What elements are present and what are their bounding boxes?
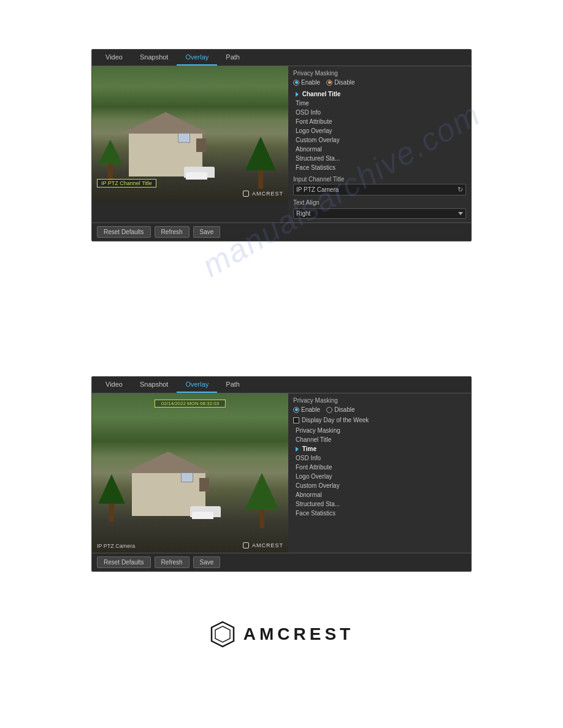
radio-enable-label-bottom: Enable [301, 406, 320, 413]
preview-logo-icon [243, 191, 249, 197]
menu-font-attribute-bottom[interactable]: Font Attribute [293, 463, 466, 472]
preview-logo-icon-bottom [243, 542, 249, 548]
tab-video-top[interactable]: Video [97, 50, 131, 66]
footer-hex-icon [209, 621, 236, 648]
panel-body-top: IP PTZ Channel Title AMCREST Privacy Mas… [92, 66, 471, 222]
time-overlay: 02/14/2022 MON 08:32:03 [155, 400, 226, 408]
menu-font-attribute-top[interactable]: Font Attribute [293, 117, 466, 126]
tab-path-top[interactable]: Path [217, 50, 248, 66]
house-window [178, 133, 190, 143]
panel-top: Video Snapshot Overlay Path [91, 49, 472, 241]
menu-channel-title[interactable]: Channel Title [293, 89, 466, 99]
tree-left [98, 140, 123, 183]
checkbox-display-day-row[interactable]: Display Day of the Week [293, 417, 466, 423]
menu-list-top: Channel Title Time OSD Info Font Attribu… [293, 89, 466, 172]
house-roof [121, 112, 210, 134]
input-channel-title-label: Input Channel Title [293, 176, 466, 183]
refresh-button-top[interactable]: Refresh [155, 226, 190, 238]
menu-list-bottom: Privacy Masking Channel Title Time OSD I… [293, 426, 466, 518]
footer-logo: AMCREST [0, 621, 563, 648]
preview-logo-text-bottom: AMCREST [252, 542, 283, 548]
house-door-bottom [199, 478, 209, 491]
car-body [186, 172, 207, 180]
save-button-bottom[interactable]: Save [193, 556, 221, 568]
menu-channel-title-label: Channel Title [302, 91, 341, 97]
radio-enable-label: Enable [301, 79, 320, 86]
radio-disable-label-bottom: Disable [334, 406, 354, 413]
text-align-label: Text Align [293, 199, 466, 206]
tab-path-bottom[interactable]: Path [217, 377, 248, 393]
options-panel-bottom: Privacy Masking Enable Disable Display D… [288, 393, 471, 553]
refresh-button-bottom[interactable]: Refresh [155, 556, 190, 568]
menu-osd-info-top[interactable]: OSD Info [293, 108, 466, 117]
radio-disable-bottom[interactable]: Disable [326, 406, 354, 413]
video-preview-bottom: 02/14/2022 MON 08:32:03 IP PTZ Camera AM… [92, 393, 288, 553]
checkbox-display-day[interactable] [293, 417, 299, 423]
tab-snapshot-bottom[interactable]: Snapshot [131, 377, 177, 393]
tree-right-bottom [245, 473, 279, 528]
menu-time-label: Time [302, 446, 316, 452]
radio-group-bottom: Enable Disable [293, 406, 466, 413]
arrow-icon [296, 92, 299, 97]
house-window-bottom [181, 472, 193, 482]
arrow-icon-bottom [296, 447, 299, 452]
preview-logo-text: AMCREST [252, 191, 283, 197]
tree-left-bottom [98, 474, 125, 522]
menu-time-bottom[interactable]: Time [293, 444, 466, 453]
radio-disable-circle-bottom [326, 407, 332, 413]
panel-body-bottom: 02/14/2022 MON 08:32:03 IP PTZ Camera AM… [92, 393, 471, 553]
tab-overlay-bottom[interactable]: Overlay [177, 377, 217, 393]
options-panel-top: Privacy Masking Enable Disable Channel T… [288, 66, 471, 222]
menu-logo-overlay-bottom[interactable]: Logo Overlay [293, 472, 466, 481]
privacy-masking-label-top: Privacy Masking [293, 70, 466, 77]
checkbox-display-day-label: Display Day of the Week [302, 417, 369, 423]
menu-osd-info-bottom[interactable]: OSD Info [293, 453, 466, 463]
menu-channel-title-bottom[interactable]: Channel Title [293, 435, 466, 444]
radio-disable-top[interactable]: Disable [326, 79, 354, 86]
tab-snapshot-top[interactable]: Snapshot [131, 50, 177, 66]
menu-custom-overlay-top[interactable]: Custom Overlay [293, 135, 466, 145]
tab-overlay-top[interactable]: Overlay [177, 50, 217, 66]
text-align-select[interactable]: Right Left Center [293, 208, 466, 219]
menu-face-statistics-top[interactable]: Face Statistics [293, 163, 466, 172]
svg-marker-1 [215, 626, 230, 642]
tab-video-bottom[interactable]: Video [97, 377, 131, 393]
menu-face-statistics-bottom[interactable]: Face Statistics [293, 509, 466, 518]
car-body-bottom [192, 512, 213, 519]
menu-structured-sta-top[interactable]: Structured Sta... [293, 154, 466, 163]
scene-background-bottom [92, 393, 288, 553]
menu-custom-overlay-bottom[interactable]: Custom Overlay [293, 481, 466, 490]
preview-logo-bottom: AMCREST [243, 542, 283, 549]
save-button-top[interactable]: Save [193, 226, 221, 238]
menu-privacy-masking-bottom[interactable]: Privacy Masking [293, 426, 466, 435]
menu-time-top[interactable]: Time [293, 99, 466, 108]
footer-brand-name: AMCREST [243, 624, 354, 644]
radio-disable-label: Disable [334, 79, 354, 86]
camera-label-bottom: IP PTZ Camera [97, 543, 135, 549]
menu-abnormal-top[interactable]: Abnormal [293, 145, 466, 154]
menu-abnormal-bottom[interactable]: Abnormal [293, 490, 466, 499]
footer: AMCREST [0, 621, 563, 672]
menu-structured-sta-bottom[interactable]: Structured Sta... [293, 499, 466, 509]
radio-enable-bottom[interactable]: Enable [293, 406, 320, 413]
radio-enable-top[interactable]: Enable [293, 79, 320, 86]
button-bar-top: Reset Defaults Refresh Save [92, 222, 471, 241]
radio-enable-circle-bottom [293, 407, 299, 413]
tree-right [245, 137, 276, 189]
reset-defaults-button-bottom[interactable]: Reset Defaults [97, 556, 151, 568]
privacy-masking-label-bottom: Privacy Masking [293, 397, 466, 404]
refresh-icon[interactable]: ↻ [458, 186, 463, 194]
house-door [196, 138, 206, 152]
tab-bar-top: Video Snapshot Overlay Path [92, 50, 471, 66]
button-bar-bottom: Reset Defaults Refresh Save [92, 553, 471, 571]
radio-group-top: Enable Disable [293, 79, 466, 86]
reset-defaults-button-top[interactable]: Reset Defaults [97, 226, 151, 238]
house-roof-bottom [124, 452, 212, 473]
menu-logo-overlay-top[interactable]: Logo Overlay [293, 126, 466, 135]
radio-enable-circle [293, 80, 299, 86]
tab-bar-bottom: Video Snapshot Overlay Path [92, 377, 471, 393]
panel-bottom: Video Snapshot Overlay Path [91, 376, 472, 572]
input-channel-title-field[interactable]: IP PTZ Camera ↻ [293, 184, 466, 195]
radio-disable-circle [326, 80, 332, 86]
preview-logo-top: AMCREST [243, 191, 283, 197]
